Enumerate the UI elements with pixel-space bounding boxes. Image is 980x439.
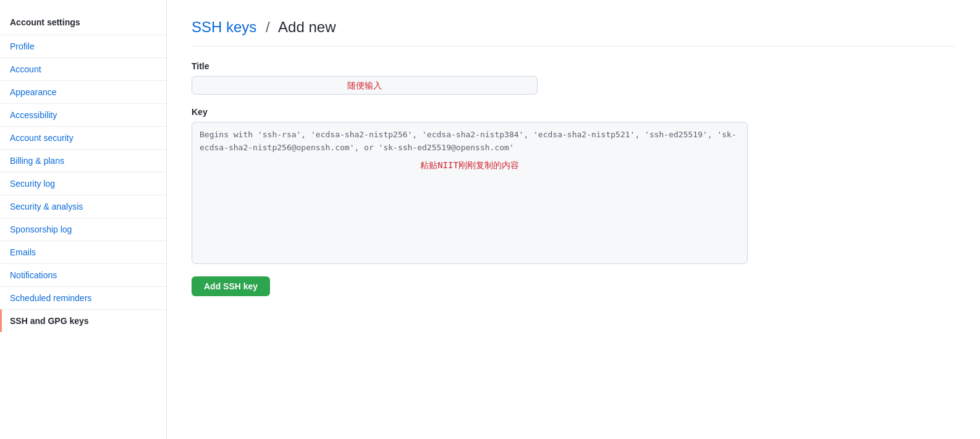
breadcrumb-current: Add new — [278, 19, 336, 35]
key-placeholder-text: Begins with 'ssh-rsa', 'ecdsa-sha2-nistp… — [200, 130, 737, 152]
page-header: SSH keys / Add new — [192, 19, 955, 46]
title-input[interactable] — [192, 76, 538, 95]
sidebar-item-accessibility[interactable]: Accessibility — [0, 103, 166, 126]
sidebar-link-emails[interactable]: Emails — [0, 241, 166, 263]
sidebar: Account settings Profile Account Appeara… — [0, 0, 167, 439]
sidebar-item-ssh-gpg-keys[interactable]: SSH and GPG keys — [0, 309, 166, 332]
sidebar-link-account-security[interactable]: Account security — [0, 127, 166, 149]
sidebar-item-sponsorship-log[interactable]: Sponsorship log — [0, 218, 166, 241]
sidebar-item-profile[interactable]: Profile — [0, 35, 166, 58]
sidebar-item-scheduled-reminders[interactable]: Scheduled reminders — [0, 286, 166, 309]
page-layout: Account settings Profile Account Appeara… — [0, 0, 980, 439]
sidebar-link-security-log[interactable]: Security log — [0, 173, 166, 195]
sidebar-item-account[interactable]: Account — [0, 58, 166, 80]
sidebar-link-accessibility[interactable]: Accessibility — [0, 104, 166, 126]
sidebar-title: Account settings — [0, 12, 166, 35]
key-textarea-wrapper: Begins with 'ssh-rsa', 'ecdsa-sha2-nistp… — [192, 122, 748, 264]
sidebar-item-appearance[interactable]: Appearance — [0, 80, 166, 103]
page-title: SSH keys / Add new — [192, 19, 336, 36]
sidebar-link-notifications[interactable]: Notifications — [0, 264, 166, 286]
sidebar-item-security-log[interactable]: Security log — [0, 172, 166, 195]
sidebar-link-ssh-gpg-keys[interactable]: SSH and GPG keys — [2, 310, 166, 332]
key-form-group: Key Begins with 'ssh-rsa', 'ecdsa-sha2-n… — [192, 107, 955, 264]
sidebar-item-notifications[interactable]: Notifications — [0, 263, 166, 286]
sidebar-nav: Profile Account Appearance Accessibility… — [0, 35, 166, 332]
add-ssh-key-button[interactable]: Add SSH key — [192, 276, 270, 296]
breadcrumb-divider: / — [266, 19, 270, 35]
title-label: Title — [192, 61, 955, 71]
sidebar-link-sponsorship-log[interactable]: Sponsorship log — [0, 218, 166, 241]
sidebar-item-account-security[interactable]: Account security — [0, 126, 166, 149]
key-label: Key — [192, 107, 955, 117]
sidebar-link-appearance[interactable]: Appearance — [0, 81, 166, 103]
sidebar-link-security-analysis[interactable]: Security & analysis — [0, 195, 166, 218]
sidebar-item-security-analysis[interactable]: Security & analysis — [0, 195, 166, 218]
sidebar-item-billing-plans[interactable]: Billing & plans — [0, 149, 166, 172]
sidebar-item-emails[interactable]: Emails — [0, 241, 166, 263]
sidebar-link-billing-plans[interactable]: Billing & plans — [0, 150, 166, 172]
sidebar-link-scheduled-reminders[interactable]: Scheduled reminders — [0, 287, 166, 309]
sidebar-link-account[interactable]: Account — [0, 58, 166, 80]
main-content: SSH keys / Add new Title Key Begins with… — [167, 0, 980, 439]
title-form-group: Title — [192, 61, 955, 95]
key-hint-text: 粘贴NIIT刚刚复制的内容 — [200, 158, 740, 172]
sidebar-link-profile[interactable]: Profile — [0, 35, 166, 58]
ssh-keys-breadcrumb-link[interactable]: SSH keys — [192, 19, 256, 35]
